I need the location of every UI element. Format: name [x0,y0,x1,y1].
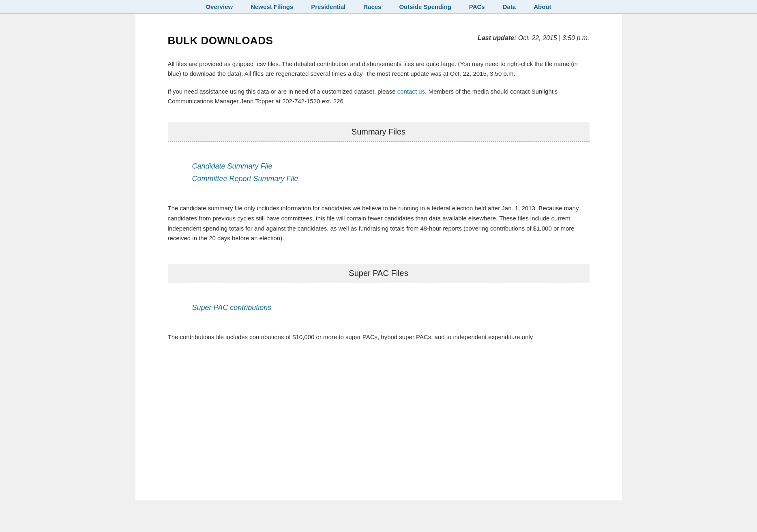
super-pac-contributions-link[interactable]: Super PAC contributions [192,303,565,312]
page-title: BULK DOWNLOADS [168,34,273,47]
nav-pacs[interactable]: PACs [460,0,494,13]
nav-data[interactable]: Data [494,0,525,13]
intro-paragraph-2: If you need assistance using this data o… [168,87,590,106]
nav-about[interactable]: About [525,0,560,13]
last-update: Last update: Oct. 22, 2015 | 3:50 p.m. [478,34,589,42]
super-pac-files-divider [168,283,590,283]
nav-newest-filings[interactable]: Newest Filings [242,0,302,13]
super-pac-files-links: Super PAC contributions [168,295,590,320]
navigation: Overview Newest Filings Presidential Rac… [0,0,757,14]
summary-files-links: Candidate Summary File Committee Report … [168,154,590,191]
header-row: BULK DOWNLOADS Last update: Oct. 22, 201… [168,34,590,47]
contact-us-link[interactable]: contact us [397,88,425,95]
last-update-value: Oct. 22, 2015 | 3:50 p.m. [518,34,590,41]
candidate-summary-file-link[interactable]: Candidate Summary File [192,162,565,171]
summary-files-divider [168,141,590,142]
page-content: BULK DOWNLOADS Last update: Oct. 22, 201… [135,14,622,500]
super-pac-files-section-header: Super PAC Files [168,264,590,283]
committee-report-summary-file-link[interactable]: Committee Report Summary File [192,175,565,183]
super-pac-files-description: The contributions file includes contribu… [168,332,590,342]
nav-races[interactable]: Races [354,0,390,13]
nav-presidential[interactable]: Presidential [302,0,354,13]
nav-outside-spending[interactable]: Outside Spending [390,0,460,13]
summary-files-section-header: Summary Files [168,122,590,141]
nav-overview[interactable]: Overview [197,0,242,13]
summary-files-description: The candidate summary file only includes… [168,203,590,244]
intro2-before: If you need assistance using this data o… [168,88,397,95]
last-update-label: Last update: [478,34,516,41]
nav-inner: Overview Newest Filings Presidential Rac… [119,0,638,13]
intro-paragraph-1: All files are provided as gzipped .csv f… [168,59,590,79]
